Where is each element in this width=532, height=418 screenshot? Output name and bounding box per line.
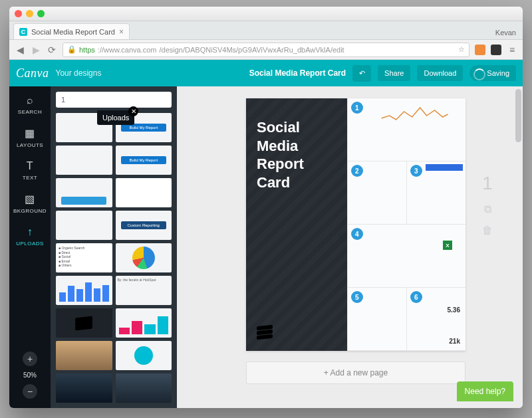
upload-thumb[interactable]: By: the fanatic at HubSpot: [116, 276, 172, 305]
tile-number-badge: 2: [351, 165, 363, 177]
excel-icon: X: [443, 241, 452, 250]
upload-thumb[interactable]: [116, 308, 172, 338]
design-tile[interactable]: 2: [347, 161, 406, 225]
close-tab-button[interactable]: ×: [119, 27, 124, 37]
browser-tab[interactable]: C Social Media Report Card ×: [13, 23, 130, 39]
saving-indicator: Saving: [469, 65, 516, 81]
tile-number-badge: 6: [410, 291, 422, 303]
browser-address-bar: ◀ ▶ ⟳ 🔒 https ://www.canva.com /design/D…: [9, 40, 523, 60]
uploads-grid: Build My Report Build My Report Custom R…: [56, 113, 172, 403]
url-host: ://www.canva.com: [98, 46, 157, 54]
rail-search[interactable]: ⌕SEARCH: [9, 88, 51, 120]
uploads-panel: 1 Uploads ✕ Build My Report Build My Rep…: [51, 86, 177, 408]
design-canvas[interactable]: Social Media Report Card 1 2 3: [177, 86, 523, 408]
rail-text[interactable]: TTEXT: [9, 154, 51, 186]
tooltip-label: Uploads: [102, 114, 129, 122]
zoom-level: 50%: [23, 371, 37, 379]
close-window-button[interactable]: [15, 10, 22, 17]
back-button[interactable]: ◀: [15, 45, 25, 55]
upload-thumb[interactable]: [56, 373, 112, 403]
forward-button[interactable]: ▶: [31, 45, 41, 55]
app-body: ⌕SEARCH ▦LAYOUTS TTEXT ▧BKGROUND ↑UPLOAD…: [9, 86, 523, 408]
reload-button[interactable]: ⟳: [47, 45, 57, 55]
tile-number-badge: 4: [351, 228, 363, 240]
browser-menu-button[interactable]: ≡: [507, 45, 517, 55]
upload-thumb[interactable]: [116, 341, 172, 370]
upload-thumb[interactable]: [116, 243, 172, 272]
zoom-in-button[interactable]: +: [23, 352, 37, 366]
extension-icon[interactable]: [475, 45, 485, 55]
text-icon: T: [9, 160, 51, 172]
browser-tabstrip: C Social Media Report Card × Kevan: [9, 21, 523, 40]
add-page-button[interactable]: + Add a new page: [246, 362, 466, 384]
undo-button[interactable]: ↶: [352, 65, 371, 82]
upload-thumb[interactable]: [56, 308, 112, 338]
upload-thumb[interactable]: [116, 178, 172, 207]
upload-thumb[interactable]: [56, 341, 112, 370]
zoom-out-button[interactable]: −: [23, 384, 37, 399]
search-value: 1: [61, 96, 65, 104]
rail-uploads[interactable]: ↑UPLOADS: [9, 219, 51, 252]
upload-thumb[interactable]: [56, 211, 112, 240]
scrollbar-thumb[interactable]: [515, 89, 521, 142]
zoom-controls: + 50% −: [23, 352, 37, 399]
canva-app: Canva Your designs Social Media Report C…: [9, 60, 523, 408]
design-tile[interactable]: 6 5.36 21k: [406, 288, 466, 351]
metric-value: 21k: [449, 338, 460, 345]
page-number: 1: [477, 173, 497, 194]
panel-search-input[interactable]: 1: [56, 92, 172, 108]
buffer-logo-icon: [257, 324, 273, 340]
browser-profile-name[interactable]: Kevan: [489, 26, 523, 39]
tile-number-badge: 1: [351, 102, 363, 114]
design-tile[interactable]: 1: [347, 98, 466, 161]
design-title[interactable]: Social Media Report Card: [257, 118, 336, 191]
upload-thumb[interactable]: ■ Organic Search■ Direct■ Social■ Email■…: [56, 243, 112, 272]
url-input[interactable]: 🔒 https ://www.canva.com /design/DABQNiS…: [63, 43, 469, 57]
browser-window: C Social Media Report Card × Kevan ◀ ▶ ⟳…: [9, 7, 523, 408]
page-controls: 1 ⧉ 🗑: [477, 173, 497, 237]
document-title[interactable]: Social Media Report Card: [249, 68, 346, 78]
layouts-icon: ▦: [9, 127, 51, 140]
tile-number-badge: 5: [351, 291, 363, 303]
design-tile[interactable]: 3: [406, 161, 466, 225]
brand-logo[interactable]: Canva: [16, 66, 49, 80]
pie-chart-icon: [132, 247, 155, 269]
share-button[interactable]: Share: [378, 65, 410, 81]
app-header: Canva Your designs Social Media Report C…: [9, 60, 523, 86]
thumb-caption: Build My Report: [121, 156, 166, 164]
metric-value: 5.36: [448, 306, 460, 314]
rail-label: LAYOUTS: [17, 142, 43, 148]
design-tile[interactable]: 5: [347, 288, 406, 351]
need-help-button[interactable]: Need help?: [457, 381, 513, 401]
url-scheme: https: [79, 46, 95, 54]
your-designs-link[interactable]: Your designs: [56, 68, 102, 78]
upload-thumb[interactable]: [56, 146, 112, 175]
upload-thumb[interactable]: [56, 276, 112, 305]
lock-icon: 🔒: [67, 45, 76, 54]
rail-label: TEXT: [23, 175, 37, 181]
tile-number-badge: 3: [410, 165, 422, 177]
upload-thumb[interactable]: [116, 373, 172, 403]
delete-page-button[interactable]: 🗑: [477, 225, 497, 237]
vertical-scrollbar[interactable]: [515, 89, 521, 405]
rail-label: UPLOADS: [16, 241, 44, 247]
design-tile[interactable]: 4X: [347, 225, 466, 288]
download-button[interactable]: Download: [417, 65, 463, 81]
maximize-window-button[interactable]: [37, 10, 45, 17]
extension-icon[interactable]: [491, 45, 501, 55]
design-page[interactable]: Social Media Report Card 1 2 3: [246, 98, 466, 351]
add-page-label: + Add a new page: [324, 368, 388, 377]
rail-layouts[interactable]: ▦LAYOUTS: [9, 120, 51, 154]
design-tiles: 1 2 3 4X 5 6 5.36 21k: [347, 98, 466, 351]
bookmark-star-icon[interactable]: ☆: [458, 45, 465, 54]
rail-background[interactable]: ▧BKGROUND: [9, 186, 51, 219]
buffer-logo-icon: [75, 314, 92, 332]
upload-thumb[interactable]: Build My Report: [116, 146, 172, 175]
upload-thumb[interactable]: Custom Reporting: [116, 211, 172, 240]
upload-icon: ↑: [9, 226, 51, 238]
mac-titlebar: [9, 7, 523, 21]
duplicate-page-button[interactable]: ⧉: [477, 203, 497, 215]
thumb-caption: Custom Reporting: [121, 221, 166, 229]
minimize-window-button[interactable]: [26, 10, 33, 17]
upload-thumb[interactable]: [56, 178, 112, 207]
